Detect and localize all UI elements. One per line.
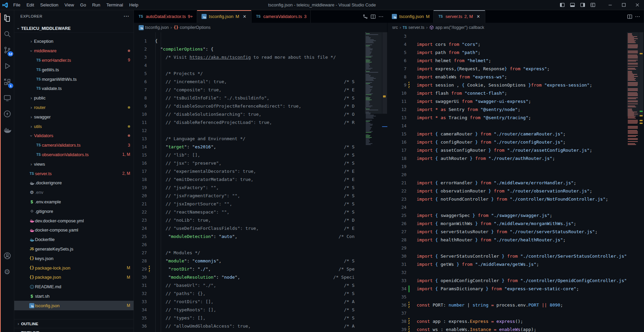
- activity-docker[interactable]: [0, 122, 14, 138]
- activity-search[interactable]: [0, 26, 14, 42]
- tree-item-errorhandler.ts[interactable]: TSerrorHandler.ts9: [14, 56, 134, 65]
- toggle-primary-sidebar-button[interactable]: [557, 0, 567, 10]
- explorer-more-actions-icon[interactable]: ···: [124, 14, 129, 19]
- toggle-secondary-sidebar-button[interactable]: [577, 0, 588, 10]
- minimap-left[interactable]: [365, 32, 382, 332]
- activity-manage[interactable]: ⚙: [0, 264, 14, 280]
- scrollbar-left[interactable]: [382, 32, 387, 332]
- menu-selection[interactable]: Selection: [37, 0, 61, 10]
- tree-item-observationvalidators.ts[interactable]: TSobservationValidators.ts1, M: [14, 150, 134, 160]
- more-actions-icon[interactable]: [378, 14, 384, 19]
- line-number: 32: [134, 290, 147, 298]
- minimize-button[interactable]: [603, 0, 617, 10]
- tree-item-dev.docker-compose.yml[interactable]: dev.docker-compose.yml: [14, 216, 134, 225]
- tree-item-swagger[interactable]: ›swagger: [14, 112, 134, 122]
- code-area-right[interactable]: 34import cors from "cors";5import path f…: [387, 32, 627, 332]
- code-text: // "jsxFactory": "",/* S: [152, 184, 219, 192]
- menu-run[interactable]: Run: [89, 0, 103, 10]
- outline-section-header[interactable]: › OUTLINE: [14, 319, 134, 328]
- tab-tsconfig.json[interactable]: tstsconfig.jsonM×: [197, 10, 251, 23]
- tree-item-.dockerignore[interactable]: .dockerignore: [14, 178, 134, 188]
- ts-icon: TS: [35, 87, 42, 90]
- more-actions-icon[interactable]: [635, 14, 640, 19]
- scrollbar-slider[interactable]: [639, 32, 643, 116]
- editor-server-ts[interactable]: 34import cors from "cors";5import path f…: [387, 32, 644, 332]
- minimap-right[interactable]: [627, 32, 639, 332]
- breadcrumb-item[interactable]: app.ws("/logger") callback: [429, 25, 484, 30]
- breadcrumb-item[interactable]: {}compilerOptions: [174, 25, 211, 30]
- tree-item-utils[interactable]: ›utils: [14, 122, 134, 131]
- tab-tsconfig.json[interactable]: tstsconfig.jsonM: [387, 10, 434, 23]
- split-editor-icon[interactable]: [627, 14, 632, 19]
- breadcrumb-item[interactable]: TSserver.ts: [403, 25, 424, 30]
- menu-go[interactable]: Go: [77, 0, 89, 10]
- tree-item-docker-compose.yaml[interactable]: docker-compose.yaml: [14, 225, 134, 235]
- maximize-button[interactable]: [617, 0, 630, 10]
- tree-item-tsconfig.json[interactable]: tstsconfig.jsonM: [14, 301, 134, 310]
- tree-item-start.sh[interactable]: $start.sh: [14, 292, 134, 301]
- open-changes-icon[interactable]: [363, 14, 368, 19]
- tree-item-.env.example[interactable]: $.env.example: [14, 197, 134, 207]
- tree-item-package-lock.json[interactable]: {}package-lock.jsonM: [14, 263, 134, 273]
- git-badge: 1, M: [122, 152, 130, 157]
- tree-item-exception[interactable]: ›Exception: [14, 37, 134, 46]
- customize-layout-button[interactable]: [588, 0, 598, 10]
- tree-item-package.json[interactable]: {}package.jsonM: [14, 273, 134, 282]
- menu-file[interactable]: File: [10, 0, 23, 10]
- tree-item-validate.ts[interactable]: TSvalidate.ts: [14, 84, 134, 93]
- project-root-row[interactable]: › TELEICU_MIDDLEWARE: [14, 24, 134, 33]
- tree-item-dockerfile[interactable]: Dockerfile: [14, 235, 134, 244]
- tree-item-middleware[interactable]: ›middleware: [14, 46, 134, 56]
- line-number: 34: [387, 285, 406, 293]
- close-button[interactable]: [630, 0, 644, 10]
- code-text: import session , { Cookie, SessionOption…: [411, 81, 592, 89]
- code-text: // "incremental": true,/* S: [152, 78, 227, 86]
- gutter: [147, 224, 152, 233]
- tree-item-label: .gitignore: [35, 209, 53, 214]
- line-number: 14: [387, 122, 406, 130]
- activity-extensions[interactable]: 1: [0, 74, 14, 90]
- tab-autoDataExtractor.ts[interactable]: TSautoDataExtractor.ts9+: [134, 10, 197, 23]
- menu-view[interactable]: View: [62, 0, 77, 10]
- tree-item-validators[interactable]: ›Validators: [14, 131, 134, 141]
- breadcrumb-item[interactable]: src: [392, 25, 398, 30]
- tree-item-router[interactable]: ›router: [14, 103, 134, 112]
- tree-item-cameravalidators.ts[interactable]: TScameraValidators.ts3: [14, 141, 134, 150]
- tab-server.ts[interactable]: TSserver.ts2, M×: [434, 10, 485, 23]
- activity-remote-explorer[interactable]: [0, 90, 14, 106]
- scrollbar-right[interactable]: [639, 32, 644, 332]
- activity-account[interactable]: [0, 248, 14, 264]
- tree-item-keys.json[interactable]: {}keys.json: [14, 254, 134, 263]
- code-area-left[interactable]: 1{2 "compilerOptions": {3 /* Visit https…: [134, 32, 365, 332]
- close-icon[interactable]: ×: [476, 14, 481, 19]
- tree-item-.gitignore[interactable]: .gitignore: [14, 206, 134, 216]
- close-icon[interactable]: ×: [242, 14, 247, 19]
- tree-item-server.ts[interactable]: TSserver.ts2, M: [14, 169, 134, 178]
- tree-item-public[interactable]: ›public: [14, 93, 134, 103]
- timeline-section-header[interactable]: › TIMELINE: [14, 328, 134, 332]
- gutter: [147, 265, 152, 273]
- tree-item-readme.md[interactable]: README.md: [14, 282, 134, 292]
- tree-item-getws.ts[interactable]: TSgetWs.ts: [14, 65, 134, 74]
- menu-edit[interactable]: Edit: [23, 0, 37, 10]
- activity-run-debug[interactable]: [0, 58, 14, 74]
- minimap-slider[interactable]: [627, 32, 639, 116]
- split-editor-icon[interactable]: [370, 14, 376, 19]
- menu-terminal[interactable]: Terminal: [103, 0, 126, 10]
- breadcrumb-separator: ›: [400, 25, 401, 30]
- tree-item-generatekeysets.js[interactable]: JSgenerateKeySets.js: [14, 244, 134, 254]
- activity-source-control[interactable]: 12: [0, 42, 14, 58]
- line-number: 29: [387, 244, 406, 252]
- tree-item-morganwithws.ts[interactable]: TSmorganWithWs.ts: [14, 74, 134, 84]
- scrollbar-slider[interactable]: [382, 32, 387, 114]
- menu-help[interactable]: Help: [126, 0, 141, 10]
- activity-explorer[interactable]: [0, 10, 14, 26]
- toggle-panel-button[interactable]: [567, 0, 577, 10]
- activity-thunder-client[interactable]: [0, 106, 14, 122]
- tree-item-.env[interactable]: ⚙.env: [14, 188, 134, 197]
- tree-item-views[interactable]: ›views: [14, 159, 134, 169]
- tab-cameraValidators.ts[interactable]: TScameraValidators.ts3: [251, 10, 311, 23]
- editor-tsconfig[interactable]: 1{2 "compilerOptions": {3 /* Visit https…: [134, 32, 387, 332]
- breadcrumb-item[interactable]: tstsconfig.json: [139, 25, 169, 30]
- minimap-slider[interactable]: [365, 32, 382, 114]
